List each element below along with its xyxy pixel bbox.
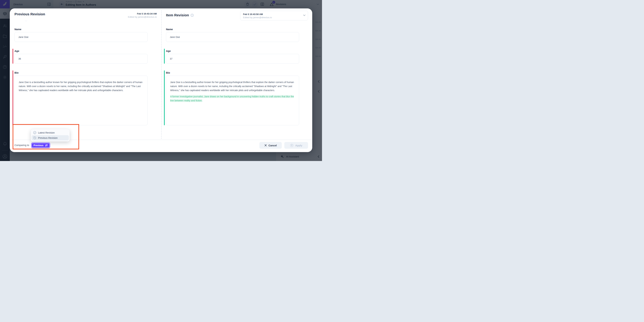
age-value: 36 — [18, 58, 21, 60]
field-label: Age — [14, 50, 148, 52]
revision-select-dropdown[interactable]: Feb 5 10:43:50 AM Edited by james@direct… — [240, 11, 308, 20]
bio-value: Jane Doe is a bestselling author known f… — [19, 80, 144, 92]
name-input[interactable]: Jane Doe — [14, 32, 148, 42]
field-name-current: Name Jane Doe — [166, 28, 299, 42]
annotation-highlight-box — [12, 124, 79, 149]
diff-added-indicator — [164, 70, 165, 125]
diff-removed-indicator — [12, 70, 13, 125]
selected-revision-timestamp: Feb 5 10:43:50 AM — [243, 13, 305, 16]
column-divider — [161, 11, 162, 139]
field-name-previous: Name Jane Doe — [14, 28, 148, 42]
publish-icon — [290, 144, 294, 147]
field-label: Bio — [166, 71, 299, 74]
field-age-previous: Age 36 — [14, 50, 148, 64]
cancel-button-label: Cancel — [268, 144, 277, 147]
field-label: Age — [166, 50, 299, 52]
previous-revision-edited-by: Edited by james@directus.io — [128, 15, 157, 19]
selected-revision-edited-by: Edited by james@directus.io — [243, 16, 305, 19]
menu-caret — [24, 20, 28, 22]
field-label: Bio — [14, 71, 148, 74]
field-label: Name — [14, 28, 148, 31]
name-value: Jane Doe — [170, 36, 180, 38]
chevron-down-icon — [303, 15, 306, 16]
item-revision-title: Item Revision — [166, 13, 189, 17]
field-label: Name — [166, 28, 299, 31]
diff-added-indicator — [164, 49, 165, 64]
age-value: 37 — [170, 58, 172, 60]
age-input[interactable]: 37 — [166, 54, 299, 64]
close-icon — [264, 144, 267, 147]
bio-value: Jane Doe is a bestselling author known f… — [170, 80, 295, 92]
cancel-button[interactable]: Cancel — [260, 142, 282, 149]
field-age-current: Age 37 — [166, 50, 299, 64]
bio-added-text: A former investigative journalist, Jane … — [170, 95, 294, 102]
field-bio-current: Bio Jane Doe is a bestselling author kno… — [166, 71, 299, 125]
name-value: Jane Doe — [18, 36, 28, 38]
apply-button[interactable]: Apply — [284, 142, 308, 149]
age-input[interactable]: 36 — [14, 54, 148, 64]
name-input[interactable]: Jane Doe — [166, 32, 299, 42]
field-bio-previous: Bio Jane Doe is a bestselling author kno… — [14, 71, 148, 125]
bio-textarea[interactable]: Jane Doe is a bestselling author known f… — [166, 76, 299, 125]
bio-textarea[interactable]: Jane Doe is a bestselling author known f… — [14, 76, 148, 125]
previous-revision-title: Previous Revision — [14, 12, 45, 19]
info-icon[interactable] — [190, 14, 194, 17]
apply-button-label: Apply — [295, 144, 302, 147]
previous-revision-timestamp: Feb 5 10:43:34 AM — [128, 12, 157, 15]
diff-removed-indicator — [12, 49, 13, 64]
